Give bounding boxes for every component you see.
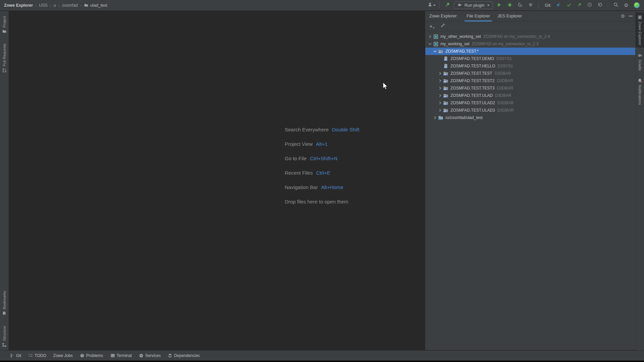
tree-item-secondary-label: D3SYS1	[496, 56, 512, 61]
tool-window-button-bookmarks[interactable]: Bookmarks	[0, 289, 8, 318]
profiler-button[interactable]	[516, 1, 524, 9]
statusbar-item-services[interactable]: Services	[139, 353, 161, 358]
shortcut-hint-row: Navigation BarAlt+Home	[285, 184, 360, 199]
tree-item-secondary-label: D3DBAR	[497, 78, 513, 83]
chevron-collapsed-icon[interactable]	[437, 78, 443, 83]
chevron-expanded-icon[interactable]	[427, 41, 433, 47]
chevron-collapsed-icon[interactable]	[437, 93, 443, 98]
dataset-folder-icon: DS	[443, 93, 448, 98]
tool-window-button-structure[interactable]: Structure	[0, 323, 8, 350]
breadcrumb-item[interactable]: USS	[39, 3, 48, 8]
breadcrumb-item[interactable]: ulad_test	[84, 3, 107, 8]
tree-item-secondary-label: ZOSMFAD on my_connection_to_2.3	[472, 42, 539, 46]
tree-row[interactable]: DSZOSMFAD.TEST.ULAD2D3DBAR	[425, 99, 635, 107]
stop-button[interactable]	[527, 1, 535, 9]
shortcut-action-label: Recent Files	[285, 170, 313, 176]
chevron-down-icon	[487, 5, 490, 6]
tree-item-secondary-label: D3DBAR	[497, 101, 514, 105]
chevron-collapsed-icon[interactable]	[437, 100, 443, 106]
tree-row[interactable]: /u/zosmfad/ulad_test	[425, 114, 635, 121]
tool-window-label: Bookmarks	[2, 291, 6, 309]
tree-item-label: ZOSMFAD.TEST.ULAD3	[450, 108, 495, 113]
git-update-button[interactable]	[554, 1, 562, 9]
breadcrumb-separator-icon: ›	[80, 3, 81, 8]
tree-row[interactable]: DSZOSMFAD.TEST.ULAD3D3DBAR	[425, 107, 635, 114]
collaborators-button[interactable]	[428, 1, 436, 9]
git-push-icon	[577, 2, 582, 8]
debug-button[interactable]	[506, 1, 514, 9]
tab-file-explorer[interactable]: File Explorer	[463, 11, 494, 21]
tree-item-secondary-label: D3SYS1	[497, 64, 513, 68]
ide-updates-button[interactable]	[633, 1, 641, 9]
statusbar-item-terminal[interactable]: Terminal	[110, 353, 132, 358]
gear-icon[interactable]: ⚙	[621, 14, 625, 18]
tree-row[interactable]: DSZOSMFAD.TEST.DEMOD3SYS1	[425, 55, 635, 62]
statusbar-item-todo[interactable]: TODO	[28, 353, 46, 358]
chevron-collapsed-icon[interactable]	[432, 115, 438, 120]
statusbar-item-dependencies[interactable]: Dependencies	[168, 353, 200, 358]
ide-ball-icon	[634, 2, 640, 8]
chevron-collapsed-icon[interactable]	[437, 85, 443, 91]
tree-row[interactable]: DSZOSMFAD.TEST.ULADD3DBAR	[425, 92, 635, 99]
breadcrumb-item[interactable]: Zowe Explorer	[4, 3, 33, 8]
build-hammer-icon	[445, 2, 450, 8]
breadcrumb-item[interactable]: zosmfad	[62, 3, 78, 8]
tool-window-button-project[interactable]: Project	[0, 14, 8, 36]
tree-row[interactable]: my_working_setZOSMFAD on my_connection_t…	[425, 40, 635, 48]
add-button[interactable]: +	[429, 24, 435, 29]
run-configurations-dropdown[interactable]: Run plugin	[454, 1, 493, 9]
statusbar-item-label: Git	[16, 353, 21, 358]
tree-item-secondary-label: D3DBAR	[497, 108, 514, 113]
breadcrumb-item-label: u	[54, 3, 56, 8]
tool-window-button-pull-requests[interactable]: Pull Requests	[0, 41, 8, 75]
statusbar-item-git[interactable]: Git	[10, 353, 21, 358]
chevron-collapsed-icon[interactable]	[427, 34, 433, 39]
chevron-collapsed-icon[interactable]	[437, 108, 443, 113]
settings-button[interactable]: ⚙	[622, 1, 630, 9]
minimize-icon[interactable]	[629, 16, 633, 16]
wrench-button[interactable]	[440, 23, 445, 29]
breadcrumb: Zowe Explorer›USS›u›zosmfad›ulad_test	[4, 3, 107, 8]
dataset-member-icon: DS	[443, 63, 448, 69]
tool-window-button-notifications[interactable]: Notifications	[636, 76, 644, 107]
tree-item-label: ZOSMFAD.TEST.ULAD	[450, 93, 493, 98]
svg-text:DS: DS	[444, 103, 446, 105]
run-button[interactable]	[495, 1, 503, 9]
chevron-collapsed-icon[interactable]	[437, 71, 443, 76]
statusbar-item-zowe-jobs[interactable]: Zowe Jobs	[53, 353, 73, 358]
toolbar-separator	[538, 2, 539, 8]
profiler-icon	[518, 2, 523, 8]
breadcrumb-item-label: zosmfad	[62, 3, 78, 8]
tab-jes-explorer[interactable]: JES Explorer	[494, 11, 526, 21]
breadcrumb-item[interactable]: u	[54, 3, 56, 8]
terminal-icon	[110, 353, 115, 358]
tree-row[interactable]: DSZOSMFAD.TEST.TEST3D3DBAR	[425, 84, 635, 92]
tree-row[interactable]: my_other_working_setZOSMFAD on my_connec…	[425, 33, 635, 40]
drop-files-hint: Drop files here to open them	[285, 199, 360, 204]
git-commit-button[interactable]	[565, 1, 573, 9]
tree-item-label: ZOSMFAD.TEST.ULAD2	[450, 101, 495, 105]
build-button[interactable]	[443, 1, 451, 9]
tool-window-button-gradle[interactable]: Gradle	[636, 50, 644, 73]
git-push-button[interactable]	[575, 1, 583, 9]
statusbar-item-problems[interactable]: Problems	[80, 353, 103, 358]
tree-item-secondary-label: D3DBAR	[497, 86, 513, 90]
tree-row[interactable]: DSZOSMFAD.TEST.TESTD3DBAR	[425, 70, 635, 77]
svg-text:DS: DS	[444, 96, 446, 98]
tool-window-label: Notifications	[638, 85, 642, 105]
history-button[interactable]	[586, 1, 594, 9]
tree-row[interactable]: DSZOSMFAD.TEST.*	[425, 48, 635, 55]
tree-row[interactable]: DSZOSMFAD.TEST.TEST2D3DBAR	[425, 77, 635, 84]
chevron-expanded-icon[interactable]	[432, 49, 438, 54]
rollback-button[interactable]	[596, 1, 604, 9]
panel-toolbar: +	[425, 21, 635, 32]
search-everywhere-button[interactable]	[612, 1, 620, 9]
editor-empty-area[interactable]: Search EverywhereDouble ShiftProject Vie…	[9, 11, 425, 350]
tree-item-label: ZOSMFAD.TEST.TEST2	[450, 78, 494, 83]
tool-window-button-zowe-explorer[interactable]: ZZowe Explorer	[636, 12, 644, 48]
tree-row[interactable]: DSZOSMFAD.TEST.HELLOD3SYS1	[425, 62, 635, 70]
shortcut-action-label: Search Everywhere	[285, 127, 329, 132]
screen-bottom-strip	[0, 361, 644, 362]
svg-text:DS: DS	[444, 81, 446, 83]
tree-item-label: /u/zosmfad/ulad_test	[445, 115, 483, 120]
